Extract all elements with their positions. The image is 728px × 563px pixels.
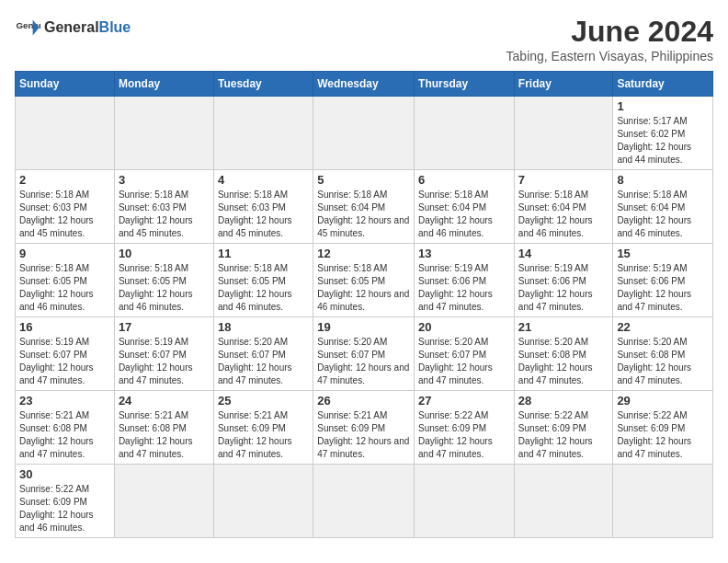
day-info: Sunrise: 5:20 AMSunset: 6:08 PMDaylight:… [617, 336, 709, 387]
calendar-cell [415, 97, 515, 170]
calendar-cell [114, 97, 213, 170]
calendar-body: 1Sunrise: 5:17 AMSunset: 6:02 PMDaylight… [16, 97, 713, 538]
logo-text: GeneralBlue [44, 19, 131, 36]
day-number: 23 [19, 394, 110, 408]
day-number: 5 [317, 173, 410, 187]
calendar-cell: 15Sunrise: 5:19 AMSunset: 6:06 PMDayligh… [613, 244, 713, 317]
day-number: 30 [19, 467, 110, 481]
day-number: 29 [617, 394, 709, 408]
day-header-thursday: Thursday [415, 72, 515, 97]
calendar-cell [613, 465, 713, 538]
location-subtitle: Tabing, Eastern Visayas, Philippines [506, 49, 713, 63]
day-info: Sunrise: 5:19 AMSunset: 6:06 PMDaylight:… [617, 262, 709, 314]
day-info: Sunrise: 5:20 AMSunset: 6:08 PMDaylight:… [518, 336, 609, 387]
calendar-cell [514, 97, 613, 170]
day-info: Sunrise: 5:18 AMSunset: 6:05 PMDaylight:… [119, 262, 210, 314]
day-number: 7 [518, 173, 609, 187]
day-header-sunday: Sunday [16, 72, 115, 97]
day-info: Sunrise: 5:18 AMSunset: 6:03 PMDaylight:… [119, 189, 210, 240]
calendar-cell: 10Sunrise: 5:18 AMSunset: 6:05 PMDayligh… [114, 244, 213, 317]
day-info: Sunrise: 5:22 AMSunset: 6:09 PMDaylight:… [418, 409, 510, 461]
day-number: 28 [518, 394, 609, 408]
calendar-cell: 24Sunrise: 5:21 AMSunset: 6:08 PMDayligh… [114, 391, 213, 465]
calendar-week-4: 16Sunrise: 5:19 AMSunset: 6:07 PMDayligh… [16, 317, 713, 391]
calendar-cell: 13Sunrise: 5:19 AMSunset: 6:06 PMDayligh… [415, 244, 515, 317]
day-info: Sunrise: 5:21 AMSunset: 6:09 PMDaylight:… [317, 409, 410, 461]
calendar-cell: 3Sunrise: 5:18 AMSunset: 6:03 PMDaylight… [114, 170, 213, 244]
title-area: June 2024 Tabing, Eastern Visayas, Phili… [506, 15, 713, 63]
day-number: 25 [218, 394, 309, 408]
day-info: Sunrise: 5:22 AMSunset: 6:09 PMDaylight:… [19, 483, 110, 534]
calendar-cell [514, 465, 613, 538]
day-info: Sunrise: 5:18 AMSunset: 6:05 PMDaylight:… [218, 262, 309, 314]
calendar-cell: 20Sunrise: 5:20 AMSunset: 6:07 PMDayligh… [415, 317, 515, 391]
day-info: Sunrise: 5:20 AMSunset: 6:07 PMDaylight:… [418, 336, 510, 387]
calendar-week-1: 1Sunrise: 5:17 AMSunset: 6:02 PMDaylight… [16, 97, 713, 170]
calendar-cell [313, 97, 415, 170]
day-number: 1 [617, 99, 709, 113]
day-number: 13 [418, 247, 510, 260]
calendar-cell: 16Sunrise: 5:19 AMSunset: 6:07 PMDayligh… [16, 317, 115, 391]
day-header-monday: Monday [114, 72, 213, 97]
calendar-cell: 23Sunrise: 5:21 AMSunset: 6:08 PMDayligh… [16, 391, 115, 465]
calendar-cell: 18Sunrise: 5:20 AMSunset: 6:07 PMDayligh… [213, 317, 313, 391]
day-info: Sunrise: 5:18 AMSunset: 6:04 PMDaylight:… [418, 189, 510, 240]
calendar-cell: 25Sunrise: 5:21 AMSunset: 6:09 PMDayligh… [213, 391, 313, 465]
day-header-saturday: Saturday [613, 72, 713, 97]
calendar-cell: 1Sunrise: 5:17 AMSunset: 6:02 PMDaylight… [613, 97, 713, 170]
day-info: Sunrise: 5:22 AMSunset: 6:09 PMDaylight:… [518, 409, 609, 461]
day-info: Sunrise: 5:19 AMSunset: 6:06 PMDaylight:… [518, 262, 609, 314]
day-info: Sunrise: 5:18 AMSunset: 6:04 PMDaylight:… [617, 189, 709, 240]
calendar-cell: 27Sunrise: 5:22 AMSunset: 6:09 PMDayligh… [415, 391, 515, 465]
calendar-cell: 7Sunrise: 5:18 AMSunset: 6:04 PMDaylight… [514, 170, 613, 244]
day-number: 19 [317, 320, 410, 334]
calendar-cell: 5Sunrise: 5:18 AMSunset: 6:04 PMDaylight… [313, 170, 415, 244]
day-number: 20 [418, 320, 510, 334]
day-number: 12 [317, 247, 410, 260]
day-info: Sunrise: 5:19 AMSunset: 6:07 PMDaylight:… [119, 336, 210, 387]
calendar-cell: 6Sunrise: 5:18 AMSunset: 6:04 PMDaylight… [415, 170, 515, 244]
day-info: Sunrise: 5:22 AMSunset: 6:09 PMDaylight:… [617, 409, 709, 461]
calendar-cell: 22Sunrise: 5:20 AMSunset: 6:08 PMDayligh… [613, 317, 713, 391]
day-number: 15 [617, 247, 709, 260]
calendar-week-2: 2Sunrise: 5:18 AMSunset: 6:03 PMDaylight… [16, 170, 713, 244]
calendar-cell: 21Sunrise: 5:20 AMSunset: 6:08 PMDayligh… [514, 317, 613, 391]
day-info: Sunrise: 5:18 AMSunset: 6:03 PMDaylight:… [19, 189, 110, 240]
day-number: 11 [218, 247, 309, 260]
calendar-week-5: 23Sunrise: 5:21 AMSunset: 6:08 PMDayligh… [16, 391, 713, 465]
month-title: June 2024 [506, 15, 713, 49]
day-info: Sunrise: 5:20 AMSunset: 6:07 PMDaylight:… [317, 336, 410, 387]
day-number: 16 [19, 320, 110, 334]
calendar-table: SundayMondayTuesdayWednesdayThursdayFrid… [15, 71, 713, 538]
day-header-wednesday: Wednesday [313, 72, 415, 97]
day-info: Sunrise: 5:18 AMSunset: 6:05 PMDaylight:… [19, 262, 110, 314]
calendar-cell: 11Sunrise: 5:18 AMSunset: 6:05 PMDayligh… [213, 244, 313, 317]
day-number: 22 [617, 320, 709, 334]
day-info: Sunrise: 5:21 AMSunset: 6:08 PMDaylight:… [19, 409, 110, 461]
calendar-cell: 4Sunrise: 5:18 AMSunset: 6:03 PMDaylight… [213, 170, 313, 244]
day-info: Sunrise: 5:19 AMSunset: 6:07 PMDaylight:… [19, 336, 110, 387]
day-number: 18 [218, 320, 309, 334]
day-info: Sunrise: 5:18 AMSunset: 6:04 PMDaylight:… [518, 189, 609, 240]
day-number: 8 [617, 173, 709, 187]
day-info: Sunrise: 5:17 AMSunset: 6:02 PMDaylight:… [617, 115, 709, 167]
calendar-cell [415, 465, 515, 538]
calendar-cell: 8Sunrise: 5:18 AMSunset: 6:04 PMDaylight… [613, 170, 713, 244]
calendar-cell [213, 465, 313, 538]
calendar-week-6: 30Sunrise: 5:22 AMSunset: 6:09 PMDayligh… [16, 465, 713, 538]
logo-icon: General [15, 15, 40, 40]
day-number: 26 [317, 394, 410, 408]
day-info: Sunrise: 5:18 AMSunset: 6:04 PMDaylight:… [317, 189, 410, 240]
day-number: 14 [518, 247, 609, 260]
calendar-cell: 29Sunrise: 5:22 AMSunset: 6:09 PMDayligh… [613, 391, 713, 465]
day-number: 3 [119, 173, 210, 187]
calendar-cell: 14Sunrise: 5:19 AMSunset: 6:06 PMDayligh… [514, 244, 613, 317]
calendar-cell [16, 97, 115, 170]
day-number: 24 [119, 394, 210, 408]
day-info: Sunrise: 5:18 AMSunset: 6:05 PMDaylight:… [317, 262, 410, 314]
day-header-friday: Friday [514, 72, 613, 97]
calendar-cell [114, 465, 213, 538]
calendar-cell: 17Sunrise: 5:19 AMSunset: 6:07 PMDayligh… [114, 317, 213, 391]
calendar-cell [213, 97, 313, 170]
calendar-cell: 26Sunrise: 5:21 AMSunset: 6:09 PMDayligh… [313, 391, 415, 465]
